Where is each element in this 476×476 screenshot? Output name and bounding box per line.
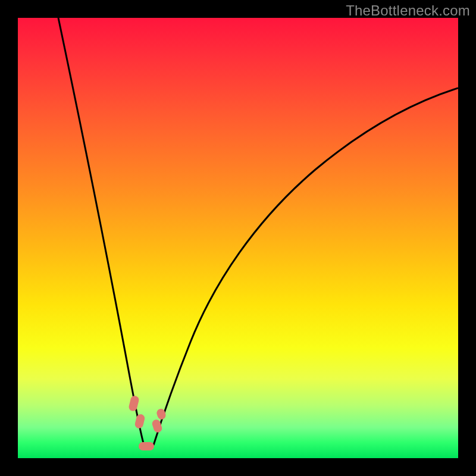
marker-1 xyxy=(128,395,140,412)
watermark-text: TheBottleneck.com xyxy=(346,2,470,19)
curve-left-branch xyxy=(58,18,144,445)
marker-2 xyxy=(134,414,145,430)
marker-3 xyxy=(139,442,154,450)
curve-right-branch xyxy=(154,88,458,445)
plot-area xyxy=(18,18,458,458)
curve-svg xyxy=(18,18,458,458)
